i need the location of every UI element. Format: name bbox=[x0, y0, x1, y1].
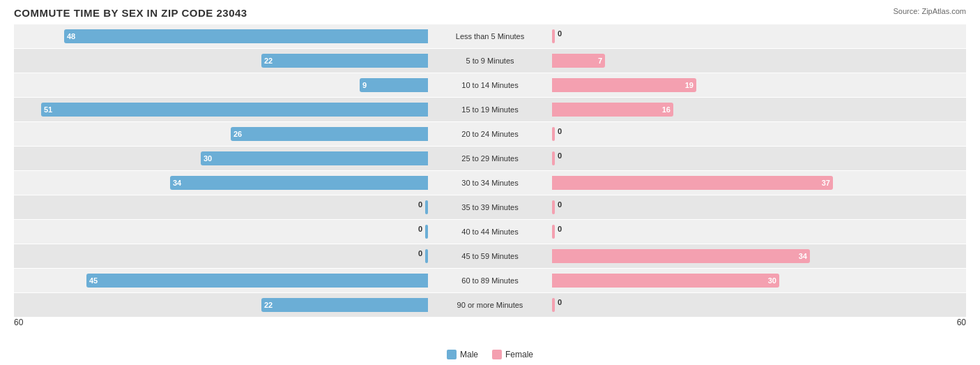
legend-male: Male bbox=[447, 350, 478, 359]
right-bar-section: 0 bbox=[549, 147, 966, 170]
female-color-swatch bbox=[492, 350, 502, 359]
left-bar-section: 9 bbox=[14, 73, 431, 97]
table-row: 5115 to 19 Minutes16 bbox=[14, 98, 966, 121]
row-label: 90 or more Minutes bbox=[431, 301, 549, 309]
legend: Male Female bbox=[447, 350, 533, 359]
right-bar-section: 0 bbox=[549, 293, 966, 317]
chart-container: COMMUTE TIME BY SEX IN ZIP CODE 23043 So… bbox=[0, 0, 980, 365]
left-bar-section: 0 bbox=[14, 220, 431, 244]
right-bar-section: 19 bbox=[549, 73, 966, 97]
left-bar-section: 26 bbox=[14, 122, 431, 146]
row-label: 60 to 89 Minutes bbox=[431, 276, 549, 285]
table-row: 225 to 9 Minutes7 bbox=[14, 49, 966, 73]
chart-title: COMMUTE TIME BY SEX IN ZIP CODE 23043 bbox=[14, 7, 966, 19]
row-label: 20 to 24 Minutes bbox=[431, 130, 549, 138]
right-bar-section: 0 bbox=[549, 24, 966, 48]
row-label: 25 to 29 Minutes bbox=[431, 154, 549, 163]
table-row: 3025 to 29 Minutes0 bbox=[14, 147, 966, 170]
male-color-swatch bbox=[447, 350, 457, 359]
left-bar-section: 22 bbox=[14, 293, 431, 317]
table-row: 48Less than 5 Minutes0 bbox=[14, 24, 966, 48]
table-row: 910 to 14 Minutes19 bbox=[14, 73, 966, 97]
right-bar-section: 0 bbox=[549, 122, 966, 146]
row-label: 35 to 39 Minutes bbox=[431, 203, 549, 211]
left-bar-section: 30 bbox=[14, 147, 431, 170]
left-bar-section: 22 bbox=[14, 49, 431, 73]
axis-left-label: 60 bbox=[14, 318, 23, 327]
source-text: Source: ZipAtlas.com bbox=[893, 7, 966, 15]
table-row: 2290 or more Minutes0 bbox=[14, 293, 966, 317]
left-bar-section: 0 bbox=[14, 195, 431, 219]
right-bar-section: 37 bbox=[549, 171, 966, 195]
left-bar-section: 48 bbox=[14, 24, 431, 48]
row-label: 30 to 34 Minutes bbox=[431, 179, 549, 187]
table-row: 3430 to 34 Minutes37 bbox=[14, 171, 966, 195]
row-label: 15 to 19 Minutes bbox=[431, 105, 549, 114]
row-label: 5 to 9 Minutes bbox=[431, 57, 549, 65]
row-label: Less than 5 Minutes bbox=[431, 32, 549, 40]
row-label: 45 to 59 Minutes bbox=[431, 252, 549, 260]
axis-right-label: 60 bbox=[957, 318, 966, 327]
table-row: 4560 to 89 Minutes30 bbox=[14, 269, 966, 292]
right-bar-section: 34 bbox=[549, 244, 966, 268]
legend-female-label: Female bbox=[505, 350, 533, 359]
table-row: 2620 to 24 Minutes0 bbox=[14, 122, 966, 146]
right-bar-section: 30 bbox=[549, 269, 966, 292]
right-bar-section: 16 bbox=[549, 98, 966, 121]
left-bar-section: 0 bbox=[14, 244, 431, 268]
right-bar-section: 0 bbox=[549, 195, 966, 219]
table-row: 040 to 44 Minutes0 bbox=[14, 220, 966, 244]
legend-female: Female bbox=[492, 350, 533, 359]
row-label: 40 to 44 Minutes bbox=[431, 228, 549, 236]
right-bar-section: 0 bbox=[549, 220, 966, 244]
right-bar-section: 7 bbox=[549, 49, 966, 73]
row-label: 10 to 14 Minutes bbox=[431, 81, 549, 89]
legend-male-label: Male bbox=[460, 350, 478, 359]
table-row: 045 to 59 Minutes34 bbox=[14, 244, 966, 268]
chart-area: 48Less than 5 Minutes0225 to 9 Minutes79… bbox=[14, 24, 966, 316]
left-bar-section: 34 bbox=[14, 171, 431, 195]
left-bar-section: 45 bbox=[14, 269, 431, 292]
table-row: 035 to 39 Minutes0 bbox=[14, 195, 966, 219]
left-bar-section: 51 bbox=[14, 98, 431, 121]
